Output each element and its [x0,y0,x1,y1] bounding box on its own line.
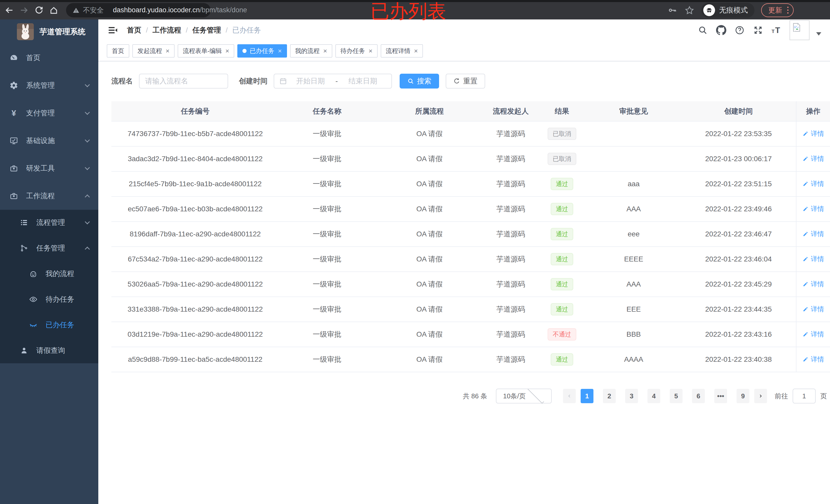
browser-reload-icon[interactable] [34,5,44,15]
page-button[interactable]: 9 [737,389,749,403]
cell-starter: 芋道源码 [484,197,538,222]
cell-task-name: 一级审批 [279,222,375,247]
page-button[interactable]: ••• [714,389,727,403]
cell-result: 通过 [538,297,586,322]
font-size-icon[interactable]: TT [771,25,782,36]
tab[interactable]: 流程详情 × [381,44,423,58]
eye-closed-icon [29,320,38,330]
tab[interactable]: 待办任务 × [336,44,378,58]
sidebar-item-home[interactable]: 首页 [0,44,98,72]
cell-result: 已取消 [538,121,586,146]
sidebar-item-done-tasks[interactable]: 已办任务 [0,312,98,338]
detail-link[interactable]: 详情 [802,230,824,238]
close-tab-icon[interactable]: × [278,47,282,54]
help-icon[interactable] [734,25,745,36]
page-button[interactable]: 3 [625,389,638,403]
password-key-icon[interactable] [667,5,678,15]
detail-link[interactable]: 详情 [802,355,824,364]
start-date-placeholder[interactable]: 开始日期 [287,76,334,86]
cell-actions: 详情 [796,146,830,171]
next-page-button[interactable] [754,389,767,403]
date-range-picker[interactable]: 开始日期 - 结束日期 [274,74,392,89]
tab[interactable]: 流程表单-编辑 × [178,44,234,58]
security-label[interactable]: 不安全 [83,6,104,15]
sidebar-item-todo-tasks[interactable]: 待办任务 [0,287,98,312]
detail-link[interactable]: 详情 [802,154,824,163]
page-button[interactable]: 2 [603,389,616,403]
detail-link[interactable]: 详情 [802,305,824,314]
breadcrumb-home[interactable]: 首页 [127,25,141,35]
avatar-caret-icon[interactable] [816,32,821,36]
browser-menu-icon[interactable] [787,7,789,13]
page-size-select[interactable]: 10条/页 [496,389,552,403]
cell-task-name: 一级审批 [279,272,375,297]
reset-button[interactable]: 重置 [446,74,485,89]
process-name-input[interactable] [139,74,228,89]
close-tab-icon[interactable]: × [225,47,229,54]
cell-actions: 详情 [796,197,830,222]
cell-created: 2022-01-22 23:40:38 [681,347,796,372]
github-icon[interactable] [716,25,727,36]
detail-link[interactable]: 详情 [802,129,824,138]
breadcrumb: 首页 / 工作流程 / 任务管理 / 已办任务 [127,25,261,35]
page-button[interactable]: 4 [647,389,660,403]
url-host[interactable]: dashboard.yudao.iocoder.cn [113,6,200,14]
bookmark-star-icon[interactable] [684,5,695,15]
sidebar-item-workflow[interactable]: 工作流程 [0,182,98,210]
cell-starter: 芋道源码 [484,171,538,197]
end-date-placeholder[interactable]: 结束日期 [340,76,386,86]
browser-home-icon[interactable] [49,5,59,15]
cell-task-name: 一级审批 [279,146,375,171]
address-bar[interactable]: 不安全 dashboard.yudao.iocoder.cn/bpm/task/… [66,3,211,18]
create-time-label: 创建时间 [239,76,267,86]
sidebar-collapse-icon[interactable] [107,25,118,36]
security-warning-icon[interactable] [72,6,80,14]
url-path[interactable]: /bpm/task/done [200,6,247,14]
search-button[interactable]: 搜索 [400,74,439,89]
sidebar-item-process-management[interactable]: 流程管理 [0,210,98,235]
detail-link[interactable]: 详情 [802,255,824,264]
cell-task-name: 一级审批 [279,297,375,322]
cell-task-name: 一级审批 [279,197,375,222]
tab[interactable]: 发起流程 × [132,44,174,58]
tab[interactable]: 首页 [107,44,129,58]
fullscreen-icon[interactable] [753,25,763,36]
close-tab-icon[interactable]: × [323,47,327,54]
chevron-down-icon [528,387,544,403]
page-button[interactable]: 6 [692,389,705,403]
browser-update-button[interactable]: 更新 [761,3,794,17]
close-tab-icon[interactable]: × [414,47,418,54]
prev-page-button[interactable] [563,389,576,403]
user-icon [20,346,29,355]
detail-link[interactable]: 详情 [802,280,824,289]
sidebar-item-my-process[interactable]: 我的流程 [0,261,98,287]
sidebar-item-leave-query[interactable]: 请假查询 [0,338,98,363]
sidebar-item-infrastructure[interactable]: 基础设施 [0,127,98,155]
page-button[interactable]: 5 [670,389,682,403]
browser-back-icon[interactable] [4,5,14,15]
sidebar-item-system[interactable]: 系统管理 [0,72,98,99]
cell-process: OA 请假 [375,121,484,146]
goto-page-input[interactable] [793,389,816,403]
close-tab-icon[interactable]: × [166,47,169,54]
page-button[interactable]: 1 [581,389,594,403]
edit-pencil-icon [802,281,809,287]
cell-created: 2022-01-23 00:06:17 [681,146,796,171]
cell-task-id: 53026aa5-7b9a-11ec-a290-acde48001122 [111,272,279,297]
app-logo-row[interactable]: 芋道管理系统 [0,20,98,44]
detail-link[interactable]: 详情 [802,179,824,188]
search-icon[interactable] [697,25,708,36]
tab[interactable]: 我的流程 × [290,44,332,58]
sidebar-item-task-management[interactable]: 任务管理 [0,235,98,261]
browser-forward-icon[interactable] [19,5,29,15]
close-tab-icon[interactable]: × [369,47,373,54]
tab[interactable]: 已办任务 × [237,44,287,58]
sidebar-item-devtools[interactable]: 研发工具 [0,155,98,182]
detail-link[interactable]: 详情 [802,204,824,213]
breadcrumb-workflow[interactable]: 工作流程 [153,25,181,35]
sidebar-item-payment[interactable]: ¥ 支付管理 [0,99,98,127]
breadcrumb-task-management[interactable]: 任务管理 [193,25,221,35]
cell-actions: 详情 [796,121,830,146]
avatar[interactable] [790,20,809,40]
detail-link[interactable]: 详情 [802,330,824,339]
